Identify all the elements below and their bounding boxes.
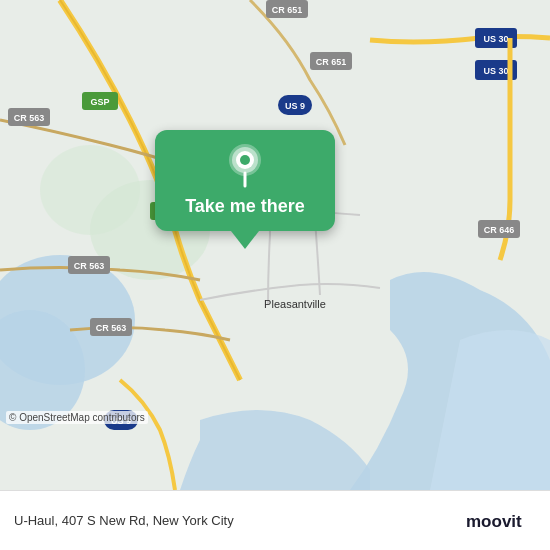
svg-text:CR 651: CR 651 xyxy=(272,5,303,15)
tooltip-overlay[interactable]: Take me there xyxy=(155,130,335,249)
svg-text:CR 646: CR 646 xyxy=(484,225,515,235)
svg-text:GSP: GSP xyxy=(90,97,109,107)
svg-text:CR 563: CR 563 xyxy=(74,261,105,271)
take-me-there-button[interactable]: Take me there xyxy=(185,196,305,217)
copyright-text: © OpenStreetMap contributors xyxy=(6,411,148,424)
moovit-logo: moovit xyxy=(466,507,536,535)
svg-text:CR 563: CR 563 xyxy=(96,323,127,333)
map-container: GSP GSP US 30 US 30 CR 651 CR 651 CR 563… xyxy=(0,0,550,490)
address-text: U-Haul, 407 S New Rd, New York City xyxy=(14,513,466,528)
svg-text:US 30: US 30 xyxy=(483,34,508,44)
svg-text:US 30: US 30 xyxy=(483,66,508,76)
svg-point-33 xyxy=(240,155,250,165)
svg-text:CR 651: CR 651 xyxy=(316,57,347,67)
svg-text:US 9: US 9 xyxy=(285,101,305,111)
bottom-bar: U-Haul, 407 S New Rd, New York City moov… xyxy=(0,490,550,550)
svg-text:CR 563: CR 563 xyxy=(14,113,45,123)
location-pin-icon xyxy=(227,144,263,188)
tooltip-box[interactable]: Take me there xyxy=(155,130,335,231)
tooltip-arrow xyxy=(231,231,259,249)
svg-text:moovit: moovit xyxy=(466,512,522,531)
svg-point-4 xyxy=(40,145,140,235)
svg-text:Pleasantville: Pleasantville xyxy=(264,298,326,310)
